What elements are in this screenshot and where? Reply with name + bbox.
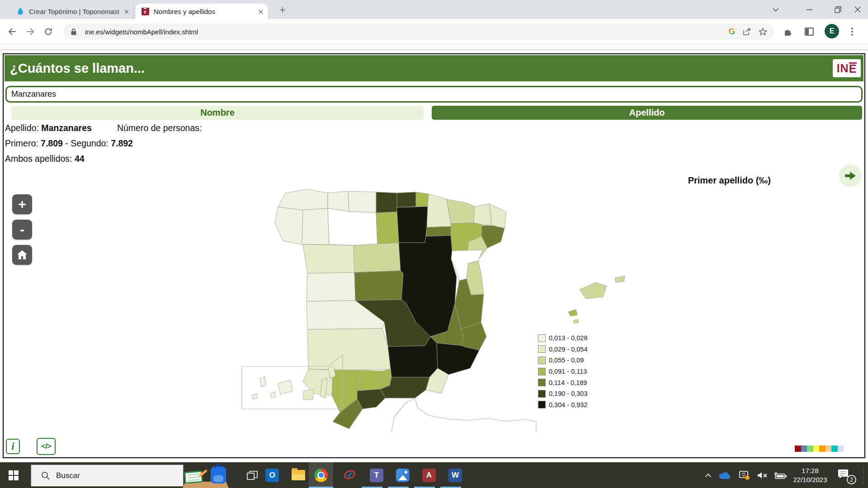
- map-region[interactable]: [474, 204, 491, 225]
- map-region[interactable]: [376, 212, 399, 246]
- taskbar-teams-button[interactable]: T: [366, 462, 387, 488]
- map-region[interactable]: [357, 370, 382, 391]
- map-zoom-in-button[interactable]: +: [12, 194, 32, 214]
- map-region[interactable]: [307, 272, 355, 301]
- tab-nombre-button[interactable]: Nombre: [11, 106, 424, 120]
- color-stripe: [838, 446, 844, 452]
- search-highlight-graphic[interactable]: [183, 465, 229, 488]
- taskbar-word-button[interactable]: W: [444, 462, 466, 488]
- battery-icon[interactable]: [771, 462, 788, 488]
- url-bar[interactable]: ine.es/widgets/nombApell/index.shtml G: [63, 23, 774, 40]
- access-icon: A: [422, 469, 436, 482]
- map-region[interactable]: [354, 271, 403, 300]
- side-panel-icon[interactable]: [802, 24, 817, 39]
- map-region[interactable]: [278, 380, 293, 394]
- url-text[interactable]: ine.es/widgets/nombApell/index.shtml: [85, 28, 724, 36]
- volume-muted-icon[interactable]: [755, 462, 770, 488]
- show-desktop-divider[interactable]: [863, 466, 863, 484]
- tab-close-icon[interactable]: [124, 8, 129, 15]
- africa-coast-outline: [392, 398, 536, 432]
- share-icon[interactable]: [740, 24, 755, 39]
- map-region[interactable]: [328, 208, 377, 246]
- map-region[interactable]: [416, 192, 429, 206]
- map-region[interactable]: [270, 392, 276, 398]
- ine-favicon: e: [141, 7, 149, 15]
- taskbar-snipping-tool-button[interactable]: ✂: [340, 462, 361, 488]
- reload-button[interactable]: [42, 25, 55, 38]
- browser-menu-kebab-icon[interactable]: [844, 24, 860, 39]
- browser-tab-strip: Crear Topónimo | Toponomastic e Nombres …: [0, 0, 868, 19]
- map-region[interactable]: [252, 394, 258, 399]
- tab-apellido-button[interactable]: Apellido: [432, 106, 862, 120]
- map-region[interactable]: [302, 208, 329, 244]
- photos-icon: [396, 469, 410, 482]
- onedrive-icon[interactable]: [717, 462, 732, 488]
- legend-label: 0,013 - 0,028: [549, 334, 587, 342]
- action-center-button[interactable]: 2: [836, 462, 857, 488]
- map-region[interactable]: [307, 328, 391, 370]
- map-region[interactable]: [376, 192, 397, 213]
- map-region[interactable]: [275, 207, 303, 244]
- windows-logo-icon: [9, 470, 19, 480]
- color-stripe: [801, 446, 807, 452]
- tab-toponomastico[interactable]: Crear Topónimo | Toponomastic: [11, 4, 134, 19]
- window-close-button[interactable]: [847, 0, 868, 19]
- map-title: Primer apellido (‰): [688, 175, 771, 186]
- map-region[interactable]: [397, 206, 428, 243]
- map-region[interactable]: [397, 192, 416, 207]
- surname-input[interactable]: [5, 86, 863, 103]
- map-region[interactable]: [426, 226, 451, 236]
- map-zoom-out-button[interactable]: -: [12, 220, 32, 239]
- bookmark-star-icon[interactable]: [755, 24, 770, 39]
- map-region[interactable]: [489, 204, 506, 228]
- embed-code-button[interactable]: </>: [37, 438, 56, 455]
- tab-close-icon[interactable]: [259, 8, 263, 15]
- map-region[interactable]: [427, 194, 451, 227]
- task-view-button[interactable]: [241, 462, 263, 488]
- map-region[interactable]: [580, 282, 607, 299]
- task-view-icon: [246, 470, 258, 481]
- map-region[interactable]: [303, 244, 354, 273]
- google-g-icon[interactable]: G: [724, 24, 740, 39]
- map-home-button[interactable]: [12, 245, 32, 265]
- extensions-puzzle-icon[interactable]: [780, 24, 796, 39]
- profile-avatar[interactable]: E: [825, 24, 839, 38]
- stats-line-3: Ambos apellidos: 44: [5, 151, 202, 166]
- map-region[interactable]: [447, 199, 475, 224]
- new-tab-button[interactable]: [277, 4, 288, 16]
- ine-logo: INE: [833, 59, 861, 77]
- map-region[interactable]: [354, 243, 401, 272]
- taskbar-chrome-button[interactable]: [309, 462, 333, 488]
- tray-chevron-up-icon[interactable]: [702, 462, 714, 488]
- first-surname-count: 7.809: [41, 138, 63, 148]
- taskbar-access-button[interactable]: A: [418, 462, 440, 488]
- map-region[interactable]: [615, 276, 625, 282]
- map-region[interactable]: [573, 319, 579, 323]
- window-restore-button[interactable]: [827, 0, 848, 19]
- next-map-arrow-button[interactable]: [839, 164, 862, 187]
- back-button[interactable]: [5, 25, 19, 38]
- taskbar-search-box[interactable]: Buscar: [31, 465, 184, 487]
- map-region[interactable]: [328, 191, 349, 211]
- taskbar-outlook-button[interactable]: O: [261, 462, 283, 488]
- color-stripes: [795, 446, 844, 452]
- map-region[interactable]: [568, 310, 577, 316]
- forward-button[interactable]: [24, 25, 37, 38]
- map-region[interactable]: [303, 389, 314, 400]
- page-content: ¿Cuántos se llaman... INE Nombre Apellid…: [0, 44, 868, 462]
- window-minimize-button[interactable]: [799, 0, 820, 19]
- info-button[interactable]: i: [6, 439, 20, 454]
- taskbar-clock[interactable]: 17:28 22/10/2023: [787, 466, 834, 484]
- tab-search-chevron[interactable]: [765, 0, 786, 19]
- taskbar-file-explorer-button[interactable]: [288, 462, 309, 488]
- tab-nombres-apellidos[interactable]: e Nombres y apellidos: [136, 4, 268, 19]
- display-sync-icon[interactable]: [737, 462, 752, 488]
- map-region[interactable]: [260, 376, 266, 387]
- map-region[interactable]: [348, 191, 376, 213]
- map-region[interactable]: [278, 189, 328, 210]
- map-region[interactable]: [357, 389, 385, 409]
- both-surnames-count: 44: [75, 154, 85, 164]
- legend-row: 0,190 - 0,303: [538, 388, 587, 399]
- taskbar-photos-button[interactable]: [392, 462, 414, 488]
- start-button[interactable]: [0, 462, 27, 488]
